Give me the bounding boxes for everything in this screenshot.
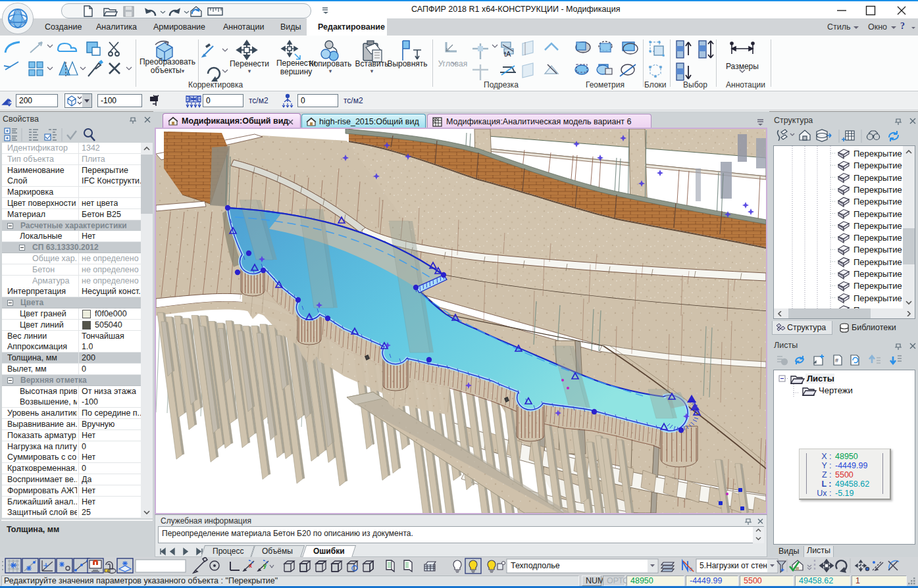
svg-text:Перекрытие: Перекрытие <box>854 221 902 231</box>
svg-text:Перекрытие: Перекрытие <box>854 173 902 183</box>
svg-text:Перекрытие: Перекрытие <box>854 149 902 159</box>
svg-text:tА: tА <box>504 50 511 58</box>
svg-text:Перекрытие: Перекрытие <box>854 233 902 243</box>
svg-text:Перекрытие: Перекрытие <box>854 257 902 267</box>
svg-text:#: # <box>835 357 838 364</box>
svg-text:x: x <box>249 562 252 569</box>
svg-text:Чертежи: Чертежи <box>819 385 853 395</box>
svg-text:Перекрытие: Перекрытие <box>854 281 902 291</box>
svg-text:Перекрытие: Перекрытие <box>854 209 902 219</box>
svg-text:Перекрытие: Перекрытие <box>854 245 902 255</box>
svg-text:Листы: Листы <box>807 374 834 383</box>
svg-text:Перекрытие: Перекрытие <box>854 197 902 207</box>
svg-text:Перекрытие: Перекрытие <box>854 293 902 303</box>
svg-text:Перекрытие: Перекрытие <box>854 185 902 195</box>
svg-text:Перекрытие: Перекрытие <box>854 269 902 279</box>
svg-text:y: y <box>263 562 267 569</box>
svg-text:Перекрытие: Перекрытие <box>854 160 902 170</box>
